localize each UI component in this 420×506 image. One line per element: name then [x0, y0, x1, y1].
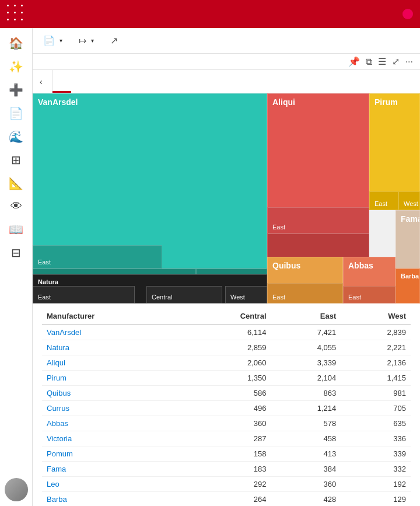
sidebar: 🏠 ✨ ➕ 📄 🌊 ⊞ 📐 👁 [0, 28, 33, 506]
file-chevron-icon: ▾ [60, 37, 62, 44]
cell-manufacturer[interactable]: Aliqui [42, 355, 184, 371]
treemap-cell-natura-central[interactable]: Central [146, 286, 222, 303]
cell-manufacturer[interactable]: Natura [42, 340, 184, 355]
sidebar-item-monitor[interactable]: 👁 [0, 196, 33, 217]
treemap-cell-aliqui-main[interactable]: Aliqui [267, 93, 369, 210]
main-content: 📄 ▾ ↦ ▾ ↗ 📌 ⧉ ☰ ⤢ ··· [33, 28, 420, 506]
table-row[interactable]: Aliqui 2,060 3,339 2,136 [42, 355, 411, 371]
cell-central: 183 [184, 462, 271, 477]
copilot-icon: ✨ [9, 60, 23, 74]
treemap-chart[interactable]: VanArsdelEastCentralWestNaturaEastCentra… [33, 93, 420, 303]
cell-central: 6,114 [184, 324, 271, 340]
table-row[interactable]: Fama 183 384 332 [42, 462, 411, 477]
treemap-cell-vanarsdel-main[interactable]: VanArsdel [33, 93, 267, 268]
cell-west: 336 [341, 431, 411, 446]
sidebar-item-learn[interactable]: 📖 [0, 219, 33, 240]
sidebar-item-metrics[interactable]: 📐 [0, 173, 33, 194]
treemap-cell-natura-east[interactable]: East [33, 286, 135, 303]
tab-total-units[interactable] [52, 70, 71, 93]
file-icon: 📄 [43, 35, 55, 46]
cell-west: 2,839 [341, 324, 411, 340]
table-row[interactable]: VanArsdel 6,114 7,421 2,839 [42, 324, 411, 340]
treemap-cell-pirum-west[interactable]: West [398, 191, 420, 210]
file-button[interactable]: 📄 ▾ [40, 33, 66, 48]
tab-by-manufacturer[interactable] [71, 70, 90, 93]
col-header-west: West [341, 308, 411, 324]
cell-manufacturer[interactable]: Pomum [42, 446, 184, 462]
monitor-icon: 👁 [10, 200, 22, 213]
treemap-cell-pirum-east[interactable]: East [369, 191, 398, 210]
cell-west: 981 [341, 386, 411, 401]
cell-manufacturer[interactable]: Victoria [42, 431, 184, 446]
cell-manufacturer[interactable]: Quibus [42, 386, 184, 401]
table-row[interactable]: Pirum 1,350 2,104 1,415 [42, 371, 411, 386]
cell-west: 705 [341, 401, 411, 416]
treemap-cell-barba-main[interactable]: Barba [396, 268, 420, 303]
table-row[interactable]: Currus 496 1,214 705 [42, 401, 411, 416]
cell-manufacturer[interactable]: Fama [42, 462, 184, 477]
treemap-cell-vanarsdel-east-strip[interactable]: East [33, 245, 162, 268]
cell-west: 1,415 [341, 371, 411, 386]
cell-manufacturer[interactable]: Barba [42, 492, 184, 507]
focus-icon[interactable]: ⤢ [392, 56, 400, 67]
cell-west: 129 [341, 492, 411, 507]
filter-icon[interactable]: ☰ [378, 56, 386, 67]
table-row[interactable]: Quibus 586 863 981 [42, 386, 411, 401]
sidebar-item-apps[interactable]: ⊞ [0, 149, 33, 170]
sidebar-item-copilot[interactable]: ✨ [0, 56, 33, 77]
share-button[interactable]: ↗ [107, 33, 124, 48]
home-icon: 🏠 [9, 36, 23, 50]
sidebar-item-create[interactable]: ➕ [0, 79, 33, 100]
cell-east: 360 [271, 477, 341, 492]
cell-central: 2,060 [184, 355, 271, 371]
treemap-cell-natura-west[interactable]: West [225, 286, 267, 303]
app-grid-icon[interactable] [7, 5, 26, 24]
cell-east: 384 [271, 462, 341, 477]
col-header-east: East [271, 308, 341, 324]
cell-east: 2,104 [271, 371, 341, 386]
cell-central: 2,859 [184, 340, 271, 355]
back-chevron-icon: ‹ [40, 77, 43, 86]
copy-icon[interactable]: ⧉ [366, 57, 372, 67]
cell-manufacturer[interactable]: VanArsdel [42, 324, 184, 340]
sidebar-item-workspaces[interactable]: ⊟ [0, 242, 33, 263]
table-row[interactable]: Natura 2,859 4,055 2,221 [42, 340, 411, 355]
cell-manufacturer[interactable]: Pirum [42, 371, 184, 386]
col-header-manufacturer: Manufacturer [42, 308, 184, 324]
workspaces-icon: ⊟ [11, 246, 21, 260]
notification-badge[interactable] [402, 9, 413, 19]
sidebar-item-browse[interactable]: 📄 [0, 103, 33, 124]
sidebar-item-home[interactable]: 🏠 [0, 33, 33, 54]
table-row[interactable]: Victoria 287 458 336 [42, 431, 411, 446]
sidebar-item-onelake[interactable]: 🌊 [0, 126, 33, 147]
table-row[interactable]: Barba 264 428 129 [42, 492, 411, 507]
apps-icon: ⊞ [11, 153, 21, 167]
cell-manufacturer[interactable]: Leo [42, 477, 184, 492]
cell-manufacturer[interactable]: Currus [42, 401, 184, 416]
table-row[interactable]: Abbas 360 578 635 [42, 416, 411, 431]
back-to-report-button[interactable]: ‹ [33, 70, 52, 93]
treemap-cell-abbas-east[interactable]: East [343, 286, 396, 303]
tab-bar: ‹ [33, 70, 420, 93]
treemap-cell-quibus-east[interactable]: East [267, 283, 343, 303]
table-row[interactable]: Leo 292 360 192 [42, 477, 411, 492]
table-row[interactable]: Pomum 158 413 339 [42, 446, 411, 462]
cell-east: 1,214 [271, 401, 341, 416]
cell-east: 4,055 [271, 340, 341, 355]
ellipsis-icon[interactable]: ··· [405, 57, 413, 67]
export-button[interactable]: ↦ ▾ [75, 33, 97, 48]
treemap-cell-fama-main[interactable]: Fama [396, 210, 420, 268]
treemap-cell-aliqui-east[interactable]: East [267, 207, 369, 233]
cell-central: 586 [184, 386, 271, 401]
cell-west: 635 [341, 416, 411, 431]
user-avatar[interactable] [5, 478, 28, 501]
cell-central: 496 [184, 401, 271, 416]
pin-icon[interactable]: 📌 [348, 56, 360, 67]
cell-central: 1,350 [184, 371, 271, 386]
cell-east: 7,421 [271, 324, 341, 340]
data-table-area: Manufacturer Central East West VanArsdel… [33, 303, 420, 506]
cell-central: 292 [184, 477, 271, 492]
cell-manufacturer[interactable]: Abbas [42, 416, 184, 431]
share-icon: ↗ [110, 35, 118, 46]
treemap-inner: VanArsdelEastCentralWestNaturaEastCentra… [33, 93, 420, 303]
